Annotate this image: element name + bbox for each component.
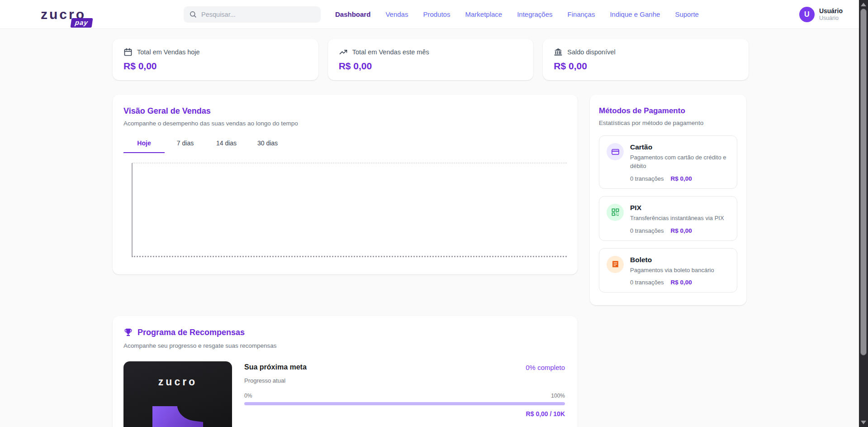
method-amount: R$ 0,00 bbox=[670, 279, 692, 286]
method-card-pix[interactable]: PIX Transferências instantâneas via PIX … bbox=[599, 196, 737, 241]
dashboard-page: Total em Vendas hoje R$ 0,00 Total em Ve… bbox=[113, 29, 749, 427]
vertical-scrollbar[interactable] bbox=[859, 0, 868, 427]
calendar-icon bbox=[123, 48, 133, 57]
trophy-icon bbox=[123, 328, 133, 337]
rewards-subtitle: Acompanhe seu progresso e resgate suas r… bbox=[123, 342, 565, 349]
next-goal-label: Sua próxima meta bbox=[244, 363, 307, 371]
period-tabs: Hoje 7 dias 14 dias 30 dias bbox=[123, 135, 567, 153]
method-description: Pagamentos via boleto bancário bbox=[630, 266, 714, 275]
stat-value: R$ 0,00 bbox=[554, 61, 738, 72]
nav-item-produtos[interactable]: Produtos bbox=[423, 10, 450, 18]
boleto-icon bbox=[607, 256, 624, 273]
qr-code-icon bbox=[607, 204, 624, 221]
main-nav: Dashboard Vendas Produtos Marketplace In… bbox=[335, 10, 699, 18]
brand-logo[interactable]: zucro pay bbox=[41, 7, 86, 22]
reward-progress-panel: Sua próxima meta 0% completo Progresso a… bbox=[244, 361, 565, 427]
reward-banner-brand-text: zucro bbox=[158, 376, 197, 388]
stat-label: Saldo disponível bbox=[567, 48, 615, 56]
payment-methods-title: Métodos de Pagamento bbox=[599, 106, 737, 115]
scrollbar-down-arrow[interactable] bbox=[861, 421, 866, 424]
brand-logo-pay-badge: pay bbox=[71, 18, 93, 28]
method-name: Cartão bbox=[630, 143, 730, 151]
payment-method-list: Cartão Pagamentos com cartão de crédito … bbox=[599, 135, 737, 293]
progress-min-label: 0% bbox=[244, 393, 252, 399]
stats-row: Total em Vendas hoje R$ 0,00 Total em Ve… bbox=[113, 39, 749, 80]
search-icon bbox=[189, 10, 197, 18]
scrollbar-up-arrow[interactable] bbox=[861, 3, 866, 6]
user-role: Usuário bbox=[819, 15, 843, 21]
stat-label: Total em Vendas este mês bbox=[352, 48, 429, 56]
method-transactions: 0 transações bbox=[630, 227, 664, 234]
method-name: Boleto bbox=[630, 256, 714, 264]
bank-icon bbox=[554, 48, 563, 57]
method-description: Transferências instantâneas via PIX bbox=[630, 214, 724, 223]
method-amount: R$ 0,00 bbox=[670, 227, 692, 234]
stat-value: R$ 0,00 bbox=[339, 61, 523, 72]
reward-banner-image: zucro bbox=[123, 361, 232, 427]
nav-item-dashboard[interactable]: Dashboard bbox=[335, 10, 370, 18]
progress-value: R$ 0,00 / 10K bbox=[244, 410, 565, 417]
payment-methods-card: Métodos de Pagamento Estatísticas por mé… bbox=[590, 95, 746, 305]
tab-7-dias[interactable]: 7 dias bbox=[165, 135, 206, 153]
nav-item-integracoes[interactable]: Integrações bbox=[517, 10, 552, 18]
payment-methods-subtitle: Estatísticas por método de pagamento bbox=[599, 120, 737, 126]
user-menu[interactable]: U Usuário Usuário bbox=[799, 7, 843, 22]
method-amount: R$ 0,00 bbox=[670, 175, 692, 182]
tab-30-dias[interactable]: 30 dias bbox=[247, 135, 288, 153]
user-name: Usuário bbox=[819, 7, 843, 14]
nav-item-indique-e-ganhe[interactable]: Indique e Ganhe bbox=[610, 10, 660, 18]
goal-completion-badge: 0% completo bbox=[526, 364, 565, 371]
credit-card-icon bbox=[607, 143, 624, 160]
method-name: PIX bbox=[630, 204, 724, 212]
top-nav-bar: zucro pay Dashboard Vendas Produtos Mark… bbox=[0, 0, 868, 29]
search-input[interactable] bbox=[201, 11, 315, 18]
method-transactions: 0 transações bbox=[630, 279, 664, 286]
stat-card-saldo: Saldo disponível R$ 0,00 bbox=[543, 39, 749, 80]
scrollbar-thumb[interactable] bbox=[860, 9, 867, 355]
progress-bar bbox=[244, 402, 565, 405]
sales-overview-subtitle: Acompanhe o desempenho das suas vendas a… bbox=[123, 120, 567, 127]
method-card-cartao[interactable]: Cartão Pagamentos com cartão de crédito … bbox=[599, 135, 737, 189]
method-description: Pagamentos com cartão de crédito e débit… bbox=[630, 154, 730, 171]
stat-card-vendas-mes: Total em Vendas este mês R$ 0,00 bbox=[328, 39, 534, 80]
progress-max-label: 100% bbox=[551, 393, 565, 399]
zucro-z-glyph bbox=[148, 404, 208, 427]
method-card-boleto[interactable]: Boleto Pagamentos via boleto bancário 0 … bbox=[599, 248, 737, 293]
nav-item-suporte[interactable]: Suporte bbox=[675, 10, 699, 18]
sales-chart-empty bbox=[132, 163, 567, 257]
nav-item-vendas[interactable]: Vendas bbox=[385, 10, 408, 18]
progress-label: Progresso atual bbox=[244, 377, 565, 384]
rewards-card: Programa de Recompensas Acompanhe seu pr… bbox=[113, 316, 578, 427]
stat-value: R$ 0,00 bbox=[123, 61, 308, 72]
avatar: U bbox=[799, 7, 815, 22]
trending-up-icon bbox=[339, 48, 348, 57]
search-bar[interactable] bbox=[184, 6, 321, 23]
method-transactions: 0 transações bbox=[630, 175, 664, 182]
nav-item-marketplace[interactable]: Marketplace bbox=[465, 10, 502, 18]
stat-card-vendas-hoje: Total em Vendas hoje R$ 0,00 bbox=[113, 39, 318, 80]
nav-item-financas[interactable]: Finanças bbox=[568, 10, 595, 18]
stat-label: Total em Vendas hoje bbox=[137, 48, 200, 56]
rewards-title: Programa de Recompensas bbox=[138, 328, 245, 337]
sales-overview-title: Visão Geral de Vendas bbox=[123, 106, 567, 116]
sales-overview-card: Visão Geral de Vendas Acompanhe o desemp… bbox=[113, 95, 578, 274]
tab-hoje[interactable]: Hoje bbox=[123, 135, 165, 153]
tab-14-dias[interactable]: 14 dias bbox=[206, 135, 247, 153]
